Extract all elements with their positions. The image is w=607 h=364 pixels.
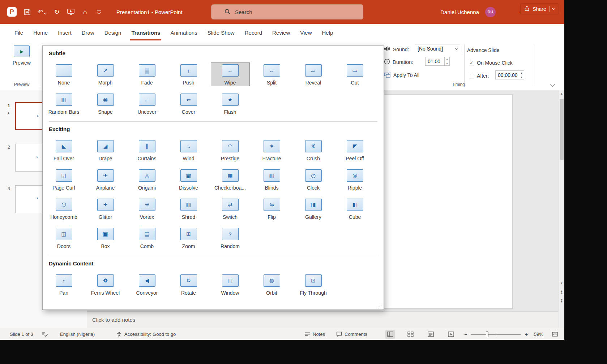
sound-dropdown-chevron-icon[interactable] xyxy=(453,48,460,49)
save-icon[interactable] xyxy=(23,7,31,17)
transition-checkerboa[interactable]: ▦Checkerboa... xyxy=(211,168,249,191)
tab-draw[interactable]: Draw xyxy=(77,24,99,42)
transition-indicator-icon[interactable]: ★ xyxy=(7,111,10,115)
transition-clock[interactable]: ◷Clock xyxy=(294,168,333,191)
after-spinbox[interactable]: 00:00.00 ▴▾ xyxy=(495,70,524,79)
spin-up-icon[interactable]: ▴ xyxy=(445,57,449,61)
spellcheck-button[interactable] xyxy=(42,328,48,340)
tab-transitions[interactable]: Transitions xyxy=(126,24,165,42)
scrollbar-thumb[interactable] xyxy=(560,99,564,160)
on-mouse-click-checkbox[interactable] xyxy=(469,60,474,65)
transition-shred[interactable]: ▥Shred xyxy=(170,197,208,220)
transition-orbit[interactable]: ◍Orbit xyxy=(253,273,291,296)
preview-button[interactable]: ▶ Preview xyxy=(8,46,35,66)
transition-origami[interactable]: ◬Origami xyxy=(128,168,166,191)
transition-airplane[interactable]: ✈Airplane xyxy=(86,168,125,191)
apply-to-all-button[interactable]: Apply To All xyxy=(384,70,419,79)
transition-glitter[interactable]: ✦Glitter xyxy=(86,197,125,220)
user-avatar[interactable]: DU xyxy=(485,7,496,17)
on-mouse-click-option[interactable]: On Mouse Click xyxy=(469,58,513,67)
undo-dropdown-chevron-icon[interactable] xyxy=(44,12,47,14)
tab-review[interactable]: Review xyxy=(267,24,295,42)
scroll-up-icon[interactable]: ▲ xyxy=(559,92,564,96)
tab-slide-show[interactable]: Slide Show xyxy=(202,24,240,42)
transition-random-bars[interactable]: ▥Random Bars xyxy=(45,92,83,115)
transition-split[interactable]: ↔Split xyxy=(253,63,291,86)
spin-up-icon[interactable]: ▴ xyxy=(519,71,524,75)
transition-box[interactable]: ▣Box xyxy=(86,226,125,250)
transition-pan[interactable]: ↑Pan xyxy=(45,273,83,296)
transition-switch[interactable]: ⇄Switch xyxy=(211,197,249,220)
powerpoint-logo-icon[interactable]: P xyxy=(7,7,17,17)
transition-gallery[interactable]: ◨Gallery xyxy=(294,197,333,220)
transition-uncover[interactable]: ←Uncover xyxy=(128,92,166,115)
start-slideshow-icon[interactable] xyxy=(67,7,74,17)
share-button[interactable]: Share xyxy=(520,3,559,14)
transition-page-curl[interactable]: ◲Page Curl xyxy=(45,168,83,191)
transition-cube[interactable]: ◧Cube xyxy=(336,197,374,220)
redo-icon[interactable]: ↻ xyxy=(53,7,60,17)
previous-slide-button[interactable]: ▲▲ xyxy=(559,290,564,294)
duration-spinbox[interactable]: 01.00 ▴▾ xyxy=(425,57,450,66)
fit-to-window-button[interactable] xyxy=(552,328,558,340)
user-name[interactable]: Daniel Uchenna xyxy=(440,9,479,15)
transition-flash[interactable]: ★Flash xyxy=(211,92,249,115)
zoom-level[interactable]: 59% xyxy=(534,328,543,340)
transition-fall-over[interactable]: ◣Fall Over xyxy=(45,139,83,162)
after-checkbox[interactable] xyxy=(469,73,474,78)
sound-dropdown[interactable]: [No Sound] xyxy=(415,44,460,53)
transition-none[interactable]: None xyxy=(45,63,83,86)
vertical-scrollbar[interactable]: ▲ ▼ ▲▲ ▼▼ xyxy=(559,90,564,328)
transition-crush[interactable]: ※Crush xyxy=(294,139,333,162)
tab-view[interactable]: View xyxy=(295,24,317,42)
scroll-down-icon[interactable]: ▼ xyxy=(559,282,564,285)
duration-spinner[interactable]: ▴▾ xyxy=(444,57,449,65)
transition-shape[interactable]: ◉Shape xyxy=(86,92,125,115)
transition-prestige[interactable]: ◠Prestige xyxy=(211,139,249,162)
home-icon[interactable]: ⌂ xyxy=(81,7,89,17)
transition-wipe[interactable]: ←Wipe xyxy=(211,63,249,86)
tab-record[interactable]: Record xyxy=(240,24,267,42)
next-slide-button[interactable]: ▼▼ xyxy=(559,299,564,303)
transition-cut[interactable]: ▭Cut xyxy=(336,63,374,86)
transition-drape[interactable]: ◢Drape xyxy=(86,139,125,162)
comments-button[interactable]: Comments xyxy=(336,328,367,340)
transition-doors[interactable]: ◫Doors xyxy=(45,226,83,250)
notes-toggle-button[interactable]: Notes xyxy=(305,328,325,340)
transition-honeycomb[interactable]: ⬡Honeycomb xyxy=(45,197,83,220)
spin-down-icon[interactable]: ▾ xyxy=(519,75,524,79)
tab-animations[interactable]: Animations xyxy=(165,24,202,42)
language-button[interactable]: English (Nigeria) xyxy=(60,328,95,340)
transition-cover[interactable]: ⇐Cover xyxy=(170,92,208,115)
search-bar[interactable]: Search xyxy=(211,4,363,20)
tab-help[interactable]: Help xyxy=(317,24,338,42)
transition-peel-off[interactable]: ◤Peel Off xyxy=(336,139,374,162)
tab-file[interactable]: File xyxy=(9,24,28,42)
tab-design[interactable]: Design xyxy=(99,24,127,42)
tab-insert[interactable]: Insert xyxy=(53,24,77,42)
transition-wind[interactable]: ≈Wind xyxy=(170,139,208,162)
zoom-slider[interactable] xyxy=(471,334,521,335)
transition-reveal[interactable]: ▱Reveal xyxy=(294,63,333,86)
zoom-slider-thumb[interactable] xyxy=(486,332,488,337)
zoom-in-button[interactable]: + xyxy=(525,328,528,340)
after-option[interactable]: After: xyxy=(469,71,489,80)
transition-curtains[interactable]: ∥Curtains xyxy=(128,139,166,162)
transition-window[interactable]: ◫Window xyxy=(211,273,249,296)
collapse-ribbon-button[interactable] xyxy=(551,81,554,87)
customize-quick-access-icon[interactable] xyxy=(95,7,103,17)
transition-fracture[interactable]: ✶Fracture xyxy=(253,139,291,162)
transition-zoom[interactable]: ⊞Zoom xyxy=(170,226,208,250)
normal-view-button[interactable] xyxy=(385,330,395,339)
transition-ripple[interactable]: ◎Ripple xyxy=(336,168,374,191)
transition-push[interactable]: ↑Push xyxy=(170,63,208,86)
reading-view-button[interactable] xyxy=(426,330,435,339)
slide-sorter-view-button[interactable] xyxy=(406,330,415,339)
transition-vortex[interactable]: ✳Vortex xyxy=(128,197,166,220)
tab-home[interactable]: Home xyxy=(28,24,53,42)
slideshow-view-button[interactable] xyxy=(446,330,456,339)
after-spinner[interactable]: ▴▾ xyxy=(519,71,524,79)
spin-down-icon[interactable]: ▾ xyxy=(445,61,449,66)
transition-dissolve[interactable]: ▩Dissolve xyxy=(170,168,208,191)
share-chevron-icon[interactable] xyxy=(552,6,555,10)
